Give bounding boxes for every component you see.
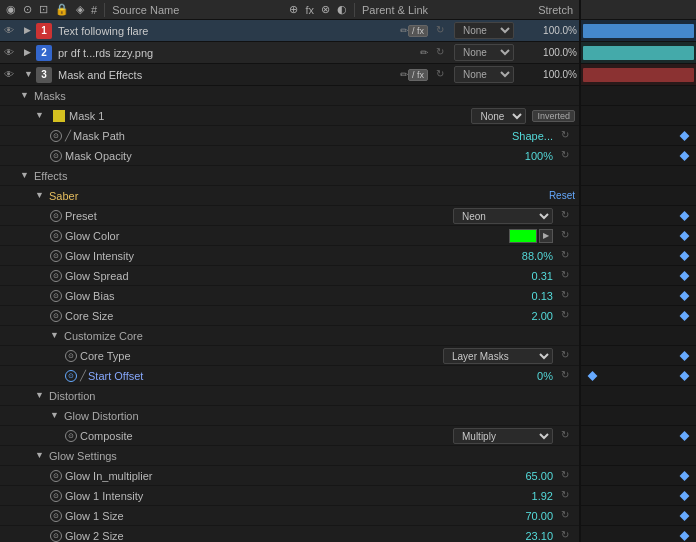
layer-row-2[interactable]: 👁 ▶ 2 pr df t...rds izzy.png ✏ ↻ None 10… <box>0 42 579 64</box>
timeline-glow-in-mult <box>581 466 696 486</box>
expand-icon-2[interactable]: ▶ <box>24 47 36 59</box>
stopwatch-glow-color[interactable]: ⊙ <box>50 230 62 242</box>
stopwatch-glow2-size[interactable]: ⊙ <box>50 530 62 542</box>
timeline-effects <box>581 166 696 186</box>
parent-dropdown-3[interactable]: None <box>454 66 514 83</box>
saber-reset-btn[interactable]: Reset <box>549 190 575 201</box>
lock-icon[interactable]: 🔒 <box>53 3 71 16</box>
timeline-mask1 <box>581 106 696 126</box>
keyframe-diamond-start-offset-left[interactable] <box>588 371 598 381</box>
customize-core-toggle[interactable]: ▼ <box>50 330 62 342</box>
core-type-dropdown[interactable]: Layer Masks <box>443 348 553 364</box>
glow-intensity-row: ⊙ Glow Intensity 88.0% ↻ <box>0 246 579 266</box>
layer-num-3: 3 <box>36 67 52 83</box>
timeline-bar-blue-1 <box>583 24 694 38</box>
timeline-toolbar <box>581 0 696 20</box>
mask1-row[interactable]: ▼ Mask 1 None Inverted <box>0 106 579 126</box>
stopwatch-glow-in-mult[interactable]: ⊙ <box>50 470 62 482</box>
mask1-mode-dropdown[interactable]: None <box>471 108 526 124</box>
visibility-icon-3[interactable]: 👁 <box>2 68 16 82</box>
toolbar-icon-1[interactable]: ◉ <box>4 3 18 16</box>
glow-distortion-toggle[interactable]: ▼ <box>50 410 62 422</box>
toolbar-icon-5[interactable]: ◈ <box>74 3 86 16</box>
stopwatch-core-type[interactable]: ⊙ <box>65 350 77 362</box>
distortion-toggle[interactable]: ▼ <box>35 390 47 402</box>
cycle-icon-glow-color: ↻ <box>561 229 575 243</box>
parent-dropdown-2[interactable]: None <box>454 44 514 61</box>
stopwatch-glow-intensity[interactable]: ⊙ <box>50 250 62 262</box>
stopwatch-glow-spread[interactable]: ⊙ <box>50 270 62 282</box>
stopwatch-start-offset[interactable]: ⊙ <box>65 370 77 382</box>
glow-spread-value[interactable]: 0.31 <box>532 270 553 282</box>
stopwatch-mask-opacity[interactable]: ⊙ <box>50 150 62 162</box>
glow-in-mult-value[interactable]: 65.00 <box>525 470 553 482</box>
glow-color-swatch[interactable]: ▶ <box>509 229 553 243</box>
stopwatch-composite[interactable]: ⊙ <box>65 430 77 442</box>
mask-path-value[interactable]: Shape... <box>512 130 553 142</box>
expand-icon-1[interactable]: ▶ <box>24 25 36 37</box>
stopwatch-glow1-size[interactable]: ⊙ <box>50 510 62 522</box>
timeline-glow-color <box>581 226 696 246</box>
mask-opacity-value[interactable]: 100% <box>525 150 553 162</box>
visibility-icon-2[interactable]: 👁 <box>2 46 16 60</box>
effects-section: ▼ Effects <box>0 166 579 186</box>
toolbar-fx[interactable]: ⊕ <box>287 3 300 16</box>
glow1-intensity-value[interactable]: 1.92 <box>532 490 553 502</box>
layer-row-3[interactable]: 👁 ▼ 3 Mask and Effects ✏ / fx ↻ None 100… <box>0 64 579 86</box>
timeline-panel <box>580 0 696 542</box>
glow-distortion-label: Glow Distortion <box>64 410 139 422</box>
swatch-green[interactable] <box>509 229 537 243</box>
swatch-arrow[interactable]: ▶ <box>539 229 553 243</box>
glow2-size-value[interactable]: 23.10 <box>525 530 553 542</box>
glow-bias-value[interactable]: 0.13 <box>532 290 553 302</box>
saber-toggle[interactable]: ▼ <box>35 190 47 202</box>
toolbar-icon-9[interactable]: ◐ <box>335 3 349 16</box>
layer-row-1[interactable]: 👁 ▶ 1 Text following flare ✏ / fx ↻ None… <box>0 20 579 42</box>
toolbar-icon-7[interactable]: fx <box>303 4 316 16</box>
pencil-icon-2[interactable]: ✏ <box>420 47 428 58</box>
parent-dropdown-1[interactable]: None <box>454 22 514 39</box>
glow-in-mult-row: ⊙ Glow In_multiplier 65.00 ↻ <box>0 466 579 486</box>
toolbar-separator-2 <box>354 3 355 17</box>
glow-in-mult-label: Glow In_multiplier <box>65 470 152 482</box>
pencil-icon-3[interactable]: ✏ <box>400 69 408 80</box>
stopwatch-mask-path[interactable]: ⊙ <box>50 130 62 142</box>
stopwatch-glow-bias[interactable]: ⊙ <box>50 290 62 302</box>
glow-intensity-label: Glow Intensity <box>65 250 134 262</box>
stopwatch-core-size[interactable]: ⊙ <box>50 310 62 322</box>
masks-toggle[interactable]: ▼ <box>20 90 32 102</box>
mask-path-row: ⊙ ╱ Mask Path Shape... ↻ <box>0 126 579 146</box>
layer-name-3: Mask and Effects <box>56 69 229 81</box>
timeline-bar-teal-2 <box>583 46 694 60</box>
cycle-icon-preset: ↻ <box>561 209 575 223</box>
expand-icon-3[interactable]: ▼ <box>24 69 36 81</box>
stopwatch-glow1-intensity[interactable]: ⊙ <box>50 490 62 502</box>
glow1-intensity-label: Glow 1 Intensity <box>65 490 143 502</box>
toolbar-icon-3[interactable]: ⊡ <box>37 3 50 16</box>
composite-dropdown[interactable]: Multiply <box>453 428 553 444</box>
graph-icon-mask-path: ╱ <box>65 130 71 141</box>
glow-intensity-value[interactable]: 88.0% <box>522 250 553 262</box>
cycle-icon-mask-path: ↻ <box>561 129 575 143</box>
timeline-core-type <box>581 346 696 366</box>
glow-settings-toggle[interactable]: ▼ <box>35 450 47 462</box>
core-size-label: Core Size <box>65 310 113 322</box>
stopwatch-preset[interactable]: ⊙ <box>50 210 62 222</box>
stretch-header: Stretch <box>536 4 575 16</box>
toolbar-icon-8[interactable]: ⊗ <box>319 3 332 16</box>
toolbar-icon-2[interactable]: ⊙ <box>21 3 34 16</box>
core-size-value[interactable]: 2.00 <box>532 310 553 322</box>
visibility-icon-1[interactable]: 👁 <box>2 24 16 38</box>
timeline-customize-core <box>581 326 696 346</box>
fx-badge-3[interactable]: / fx <box>408 69 428 81</box>
glow1-size-value[interactable]: 70.00 <box>525 510 553 522</box>
start-offset-value[interactable]: 0% <box>537 370 553 382</box>
pencil-icon-1[interactable]: ✏ <box>400 25 408 36</box>
glow1-size-row: ⊙ Glow 1 Size 70.00 ↻ <box>0 506 579 526</box>
fx-badge-1[interactable]: / fx <box>408 25 428 37</box>
cycle-icon-2: ↻ <box>436 46 450 60</box>
effects-toggle[interactable]: ▼ <box>20 170 32 182</box>
preset-dropdown[interactable]: Neon <box>453 208 553 224</box>
hash-icon[interactable]: # <box>89 4 99 16</box>
mask1-toggle[interactable]: ▼ <box>35 110 47 122</box>
